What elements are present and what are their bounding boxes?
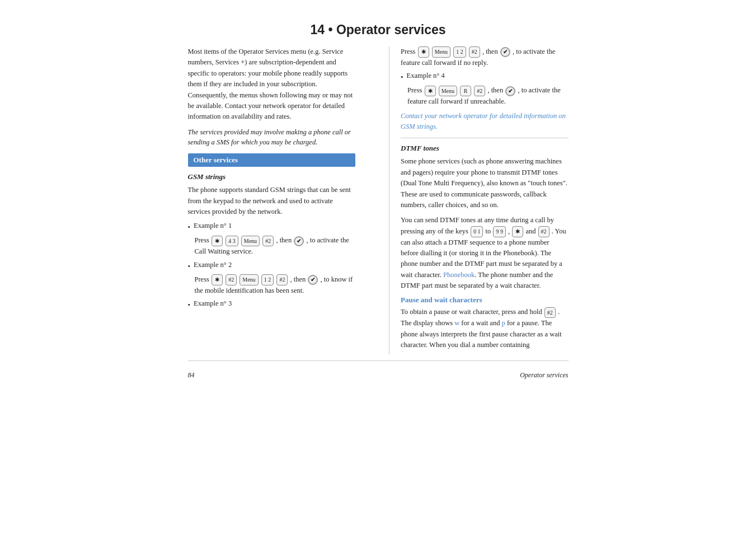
dtmf-title: DTMF tones (401, 144, 569, 153)
page-number: 84 (188, 371, 195, 380)
key-menu2: Menu (240, 274, 258, 285)
example2-bullet: Example n° 2 (188, 261, 356, 272)
example1-bullet: Example n° 1 (188, 222, 356, 233)
page-title: 14 • Operator services (310, 22, 445, 37)
w-char: w (454, 319, 459, 327)
intro-text: Most items of the Operator Services menu… (188, 46, 356, 123)
section-header: Other services (188, 153, 356, 167)
key-r-n2: #2 (469, 46, 480, 58)
footer: 84 Operator services (188, 360, 569, 380)
example4-text: Press ✱ Menu R #2 , then ✔ , to activate… (407, 85, 569, 107)
key-r-star: ✱ (418, 46, 429, 58)
key-ok1: ✔ (294, 236, 304, 246)
dtmf-body: You can send DTMF tones at any time duri… (401, 215, 569, 291)
key-dtmf-99: 9 9 (493, 226, 506, 237)
example1-text: Press ✱ 4 3 Menu #2 , then ✔ , to activa… (195, 235, 356, 257)
key-menu: Menu (241, 236, 260, 247)
example3-bullet: Example n° 3 (188, 299, 356, 311)
key-pause-btn: #2 (544, 307, 556, 318)
key-r2-r: R (460, 86, 471, 97)
pause-title: Pause and wait characters (401, 296, 569, 305)
key-r2-m: Menu (439, 86, 457, 97)
p-char: p (502, 319, 505, 327)
divider1 (401, 138, 569, 138)
key-ok2: ✔ (308, 275, 318, 285)
example2-text: Press ✱ #2 Menu 1 2 #2 , then ✔ , to kno… (195, 274, 356, 296)
key-star: ✱ (212, 236, 223, 247)
key-r-m1: Menu (432, 46, 450, 58)
pause-body: To obtain a pause or wait character, pre… (401, 307, 569, 350)
key-hash2: #2 (262, 236, 274, 247)
key-ok-r1: ✔ (500, 47, 510, 57)
gsm-intro: The phone supports standard GSM strings … (188, 185, 356, 217)
dtmf-intro: Some phone services (such as phone answe… (401, 156, 569, 210)
example4-bullet: Example n° 4 (401, 72, 569, 83)
italic-notice: The services provided may involve making… (188, 127, 356, 148)
key-dtmf-star: ✱ (512, 226, 523, 237)
key-12: 1 2 (261, 274, 274, 285)
key-hash22: #2 (276, 274, 288, 285)
key-dtmf-01: 0 1 (471, 226, 483, 237)
phonebook-link[interactable]: Phonebook (443, 271, 475, 279)
example3-text: Press ✱ Menu 1 2 #2 , then ✔ , to activa… (401, 46, 569, 68)
key-r-12: 1 2 (453, 46, 466, 58)
contact-network-text: Contact your network operator for detail… (401, 111, 569, 133)
key-ok-r2: ✔ (505, 86, 515, 96)
key-num62: #2 (226, 274, 237, 285)
key-r2-star: ✱ (425, 86, 436, 97)
key-r2-n2: #2 (474, 86, 485, 97)
key-dtmf-hash: #2 (538, 226, 550, 237)
key-43: 4 3 (226, 236, 238, 247)
gsm-strings-title: GSM strings (188, 172, 356, 181)
footer-section-title: Operator services (520, 371, 568, 380)
key-star2: ✱ (212, 274, 223, 285)
